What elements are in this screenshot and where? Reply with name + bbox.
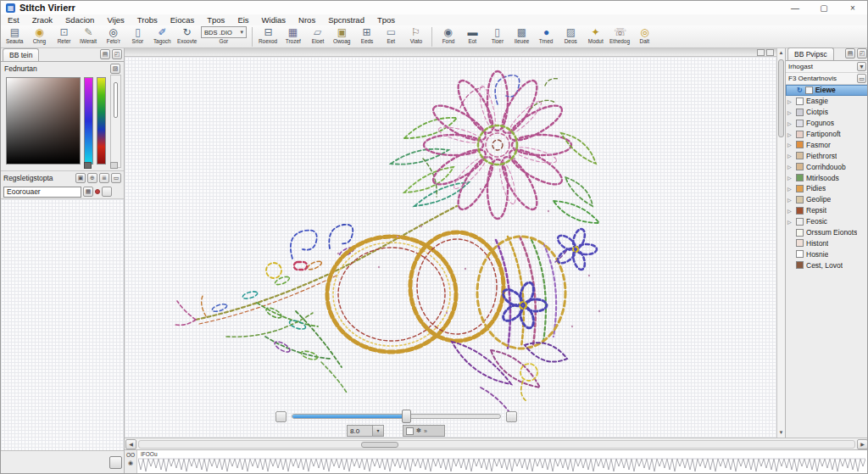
design-tree-item[interactable]: ▷ ↻ Orssum Eionots — [786, 227, 868, 238]
speed-value-box[interactable]: 8.0 ▾ — [347, 425, 384, 437]
scroll-down-button[interactable]: ▼ — [777, 428, 785, 438]
toolbar-button[interactable]: ▱ Eioet — [305, 26, 330, 44]
design-tree-item[interactable]: ▷ ↻ Ciotpis — [786, 107, 868, 118]
toolbar-button[interactable]: ▣ Owoag — [330, 26, 354, 44]
expand-chevron-icon[interactable]: ▷ — [787, 153, 793, 159]
hue-strip-1[interactable] — [84, 77, 93, 165]
filter-button[interactable]: ▼ — [857, 62, 866, 71]
maximize-button[interactable]: ▢ — [818, 3, 830, 13]
expand-chevron-icon[interactable]: ▷ — [787, 131, 793, 137]
toolbar-button[interactable]: ● Trned — [534, 26, 559, 44]
panel-menu-button[interactable]: ▤ — [845, 48, 855, 59]
menu-item[interactable]: Zraok — [32, 15, 53, 25]
toolbar-button[interactable]: ✎ IWerait — [76, 26, 101, 44]
slider-left-button[interactable] — [275, 411, 287, 422]
color-options-button[interactable]: ▨ — [110, 64, 120, 74]
canvas-horizontal-scrollbar[interactable]: ◀ ▶ — [125, 438, 868, 449]
menu-item[interactable]: Vijes — [107, 15, 124, 25]
canvas-float-button[interactable] — [766, 49, 774, 56]
corner-toggle-button[interactable] — [109, 456, 122, 469]
list-view-button[interactable]: ≣ — [99, 173, 109, 183]
design-tree-item[interactable]: ▷ ↻ Easgie — [786, 96, 868, 107]
tree-root-row[interactable]: F3 Oentartnovis ▭ — [786, 73, 868, 85]
scroll-left-button[interactable]: ◀ — [125, 439, 136, 449]
root-options-button[interactable]: ▭ — [857, 74, 866, 83]
design-tree-item[interactable]: ▷ ↻ Cest, Lovot — [786, 259, 868, 270]
color-name-field[interactable] — [3, 187, 81, 198]
picker-foot-button[interactable] — [84, 162, 92, 169]
sv-square[interactable] — [6, 77, 81, 165]
canvas-vertical-scrollbar[interactable]: ▲ ▼ — [776, 48, 785, 438]
slider-right-button[interactable] — [506, 411, 517, 422]
picker-scrollbar-thumb[interactable] — [114, 82, 118, 118]
menu-item[interactable]: Sdacion — [65, 15, 94, 25]
toolbar-button[interactable]: ☏ Ethedog — [608, 26, 632, 44]
toolbar-button[interactable]: ✐ Tagoch — [150, 26, 175, 44]
expand-chevron-icon[interactable]: ▷ — [787, 175, 793, 181]
toolbar-button[interactable]: ⊡ Reter — [52, 26, 76, 44]
stitch-step-control[interactable]: ✽ » — [403, 425, 445, 437]
toolbar-button[interactable]: ▬ Eot — [460, 26, 485, 44]
expand-chevron-icon[interactable]: ▷ — [787, 109, 793, 115]
toolbar-button[interactable]: ◉ Fond — [436, 26, 460, 44]
horizontal-scroll-thumb[interactable] — [361, 442, 398, 448]
toolbar-button[interactable]: ▨ Deos — [559, 26, 583, 44]
box-view-button[interactable]: ▭ — [111, 173, 121, 183]
design-tree-item[interactable]: ▷ ↻ Feosic — [786, 216, 868, 227]
design-canvas[interactable]: 8.0 ▾ ✽ » — [125, 48, 776, 438]
add-color-button[interactable]: ⊕ — [87, 173, 97, 183]
expand-chevron-icon[interactable]: ▷ — [787, 208, 793, 214]
toolbar-button[interactable]: ▭ Eet — [379, 26, 403, 44]
stitch-timeline[interactable]: OO ◉ IFOOu — [125, 449, 868, 474]
menu-item[interactable]: Widias — [262, 15, 287, 25]
scroll-up-button[interactable]: ▲ — [777, 48, 785, 58]
toolbar-button[interactable]: ⊟ Roexod — [256, 26, 281, 44]
menu-item[interactable]: Tpos — [207, 15, 225, 25]
expand-chevron-icon[interactable]: ▷ — [787, 142, 793, 148]
toolbar-button[interactable]: ⊞ Eeds — [354, 26, 379, 44]
menu-item[interactable]: Tpos — [377, 15, 395, 25]
menu-item[interactable]: Trobs — [137, 15, 158, 25]
toolbar-button[interactable]: ▦ Trozef — [281, 26, 305, 44]
menu-item[interactable]: Est — [8, 15, 19, 25]
expand-chevron-icon[interactable]: ▷ — [787, 120, 793, 126]
speed-dropdown-button[interactable]: ▾ — [372, 426, 383, 436]
expand-chevron-icon[interactable]: ▷ — [787, 186, 793, 192]
design-tree-item[interactable]: ▷ ↻ Eiewe — [786, 85, 868, 96]
design-panel-tab[interactable]: BB Pvipsc — [787, 47, 834, 60]
minimize-button[interactable]: — — [789, 3, 801, 13]
vertical-scroll-thumb[interactable] — [778, 59, 784, 137]
hue-strip-2[interactable] — [97, 77, 106, 165]
expand-chevron-icon[interactable]: ▷ — [787, 219, 793, 225]
picker-scrollbar[interactable] — [110, 75, 121, 168]
toolbar-button[interactable]: ↻ Exoovte — [175, 26, 199, 44]
panel-float-button[interactable]: ◰ — [857, 48, 867, 59]
toolbar-button[interactable]: ▩ Ileuee — [509, 26, 534, 44]
slider-track[interactable] — [292, 414, 501, 419]
design-tree-item[interactable]: ▷ ↻ Corrihdouob — [786, 161, 868, 172]
design-tree-item[interactable]: ▷ ↻ Pidies — [786, 183, 868, 194]
design-tree-item[interactable]: ▷ ↻ Fasmor — [786, 139, 868, 150]
expand-chevron-icon[interactable]: ▷ — [787, 164, 793, 170]
expand-chevron-icon[interactable]: ▷ — [787, 98, 793, 104]
horizontal-scroll-track[interactable] — [138, 440, 855, 449]
design-tree-item[interactable]: ▷ ↻ Fogunos — [786, 118, 868, 129]
apply-color-button[interactable] — [102, 187, 112, 197]
design-tree-item[interactable]: ▷ ↻ Piethrorst — [786, 150, 868, 161]
slider-handle[interactable] — [402, 410, 411, 423]
palette-button[interactable]: ▦ — [83, 187, 93, 197]
toolbar-button[interactable]: ◉ Chng — [27, 26, 52, 44]
menu-item[interactable]: Nros — [298, 15, 315, 25]
design-tree-item[interactable]: ▷ ↻ Geolipe — [786, 194, 868, 205]
canvas-menu-button[interactable] — [757, 49, 765, 56]
menu-item[interactable]: Eiocas — [170, 15, 195, 25]
design-tree-item[interactable]: ▷ ↻ Histont — [786, 237, 868, 248]
close-button[interactable]: × — [847, 3, 859, 13]
design-tree-item[interactable]: ▷ ↻ Repsit — [786, 205, 868, 216]
toolbar-button[interactable]: ▤ Seauta — [3, 26, 27, 44]
design-tree-item[interactable]: ▷ ↻ Fartiponoft — [786, 129, 868, 140]
design-tree-item[interactable]: ▷ ↻ Hosnie — [786, 248, 868, 259]
toolbar-button[interactable]: ✦ Modut — [583, 26, 608, 44]
panel-float-button[interactable]: ◰ — [112, 49, 122, 59]
grid-view-button[interactable]: ▣ — [75, 173, 86, 183]
